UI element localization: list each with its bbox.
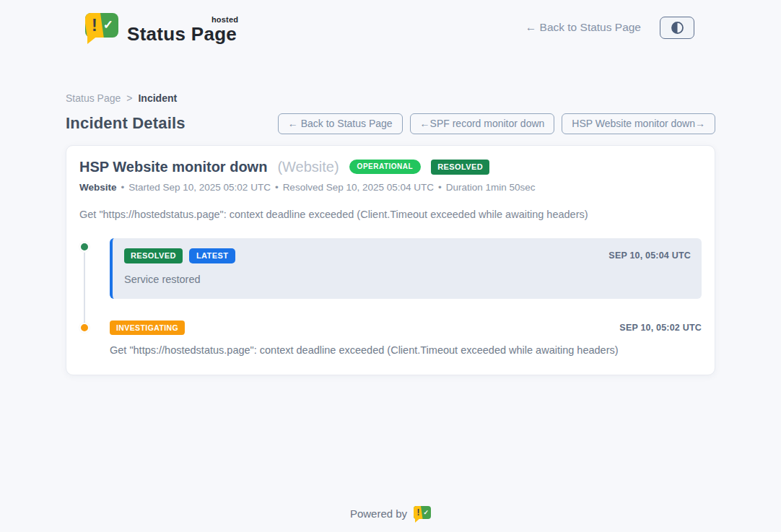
update-head: RESOLVED LATEST SEP 10, 05:04 UTC <box>124 248 691 263</box>
update-plain-body: INVESTIGATING SEP 10, 05:02 UTC Get "htt… <box>110 320 702 357</box>
update-timestamp: SEP 10, 05:04 UTC <box>608 250 691 261</box>
back-to-status-page-button[interactable]: ← Back to Status Page <box>278 113 403 134</box>
timeline-update-investigating: INVESTIGATING SEP 10, 05:02 UTC Get "htt… <box>79 320 702 357</box>
update-card-highlighted: RESOLVED LATEST SEP 10, 05:04 UTC Servic… <box>110 238 702 299</box>
powered-by-label: Powered by <box>350 507 407 520</box>
meta-separator: • <box>438 182 442 193</box>
brand-name: hosted Status Page <box>127 16 237 43</box>
logo[interactable]: ! ✓ hosted Status Page <box>85 12 237 43</box>
check-icon: ✓ <box>103 19 113 31</box>
check-icon: ✓ <box>424 510 429 516</box>
incident-title: HSP Website monitor down <box>79 159 267 175</box>
update-message: Get "https://hostedstatus.page": context… <box>110 344 702 356</box>
logo-bubble-body: ! ✓ <box>85 13 118 38</box>
hsp-logo-icon[interactable]: ! ✓ <box>414 505 431 522</box>
update-timestamp: SEP 10, 05:02 UTC <box>619 323 702 333</box>
green-status-dot-icon <box>79 242 90 252</box>
operational-status-badge: OPERATIONAL <box>349 160 422 174</box>
meta-started: Started Sep 10, 2025 05:02 UTC <box>128 182 271 193</box>
previous-incident-button[interactable]: ←SPF record monitor down <box>410 113 555 134</box>
incident-timeline: RESOLVED LATEST SEP 10, 05:04 UTC Servic… <box>79 238 702 357</box>
logo-bubble-tail <box>87 35 98 44</box>
powered-by-row: Powered by ! ✓ <box>0 505 781 522</box>
investigating-badge: INVESTIGATING <box>110 320 185 336</box>
meta-duration: Duration 1min 50sec <box>446 182 536 193</box>
footer: Powered by ! ✓ © 2025-10-08 14:10:34.772… <box>0 505 781 532</box>
incident-meta: Website • Started Sep 10, 2025 05:02 UTC… <box>79 182 702 193</box>
status-page-logo-icon: ! ✓ <box>85 12 118 43</box>
update-badges: INVESTIGATING <box>110 320 185 336</box>
incident-title-row: HSP Website monitor down (Website) OPERA… <box>79 159 702 175</box>
meta-separator: • <box>275 182 279 193</box>
arrow-left-icon: ← <box>525 21 537 33</box>
breadcrumb-status-page[interactable]: Status Page <box>66 92 121 104</box>
update-badges: RESOLVED LATEST <box>124 248 235 263</box>
back-link-label: Back to Status Page <box>540 21 641 33</box>
meta-separator: • <box>121 182 125 193</box>
resolved-status-badge: RESOLVED <box>431 160 489 175</box>
latest-badge: LATEST <box>189 248 235 263</box>
header-right: ← Back to Status Page <box>525 17 694 39</box>
status-page-app: ! ✓ hosted Status Page ← Back to Status … <box>0 0 781 532</box>
timeline-update-latest: RESOLVED LATEST SEP 10, 05:04 UTC Servic… <box>79 238 702 299</box>
exclamation-icon: ! <box>417 508 420 517</box>
meta-component: Website <box>79 182 117 193</box>
brand-text: Status Page <box>127 23 237 45</box>
breadcrumb-separator: > <box>126 92 132 104</box>
incident-card: HSP Website monitor down (Website) OPERA… <box>66 145 715 376</box>
breadcrumb-incident: Incident <box>138 92 177 104</box>
back-to-status-page-link[interactable]: ← Back to Status Page <box>525 21 641 34</box>
main-content: Status Page > Incident Incident Details … <box>66 92 715 375</box>
breadcrumb: Status Page > Incident <box>66 92 715 104</box>
page-title: Incident Details <box>66 114 186 133</box>
update-message: Service restored <box>124 274 691 285</box>
exclamation-icon: ! <box>92 17 97 34</box>
incident-nav-buttons: ← Back to Status Page ←SPF record monito… <box>278 113 715 134</box>
incident-component: (Website) <box>277 159 339 175</box>
header: ! ✓ hosted Status Page ← Back to Status … <box>0 0 781 43</box>
meta-resolved: Resolved Sep 10, 2025 05:04 UTC <box>283 182 434 193</box>
brand-superscript: hosted <box>211 16 238 24</box>
incident-description: Get "https://hostedstatus.page": context… <box>79 209 702 220</box>
half-circle-contrast-icon <box>671 21 684 35</box>
orange-status-dot-icon <box>79 323 90 333</box>
resolved-badge: RESOLVED <box>124 248 183 263</box>
next-incident-button[interactable]: HSP Website monitor down→ <box>562 113 715 134</box>
theme-toggle-button[interactable] <box>660 17 694 39</box>
update-head: INVESTIGATING SEP 10, 05:02 UTC <box>110 320 702 336</box>
logo-bubble-tail <box>415 518 421 523</box>
title-row: Incident Details ← Back to Status Page ←… <box>66 113 715 134</box>
